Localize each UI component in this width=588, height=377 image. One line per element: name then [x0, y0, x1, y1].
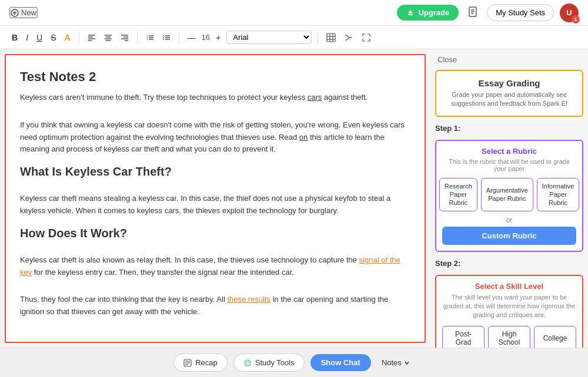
underline-button[interactable]: U	[34, 32, 45, 43]
document-icon-button[interactable]	[465, 4, 481, 22]
essay-grading-desc: Grade your paper and automatically see s…	[442, 90, 576, 109]
new-label: New	[21, 8, 36, 17]
heading-1: What Is Keyless Car Theft?	[20, 165, 410, 179]
main-area: Test Notes 2 Keyless cars aren't immune …	[0, 49, 588, 348]
results-link[interactable]: these results	[227, 295, 270, 304]
sidebar: Close Essay Grading Grade your paper and…	[430, 49, 588, 348]
custom-rubric-btn[interactable]: Custom Rubric	[442, 227, 576, 245]
para-4: Keyless car theft is also known as relay…	[20, 254, 410, 279]
chevron-down-icon	[404, 360, 410, 366]
divider-4	[318, 32, 318, 43]
study-tools-icon	[243, 359, 252, 367]
para-1: Keyless cars aren't immune to theft. Try…	[20, 92, 410, 104]
avatar-badge: 1	[572, 15, 580, 23]
fullscreen-icon	[362, 33, 371, 42]
dash-label: —	[185, 32, 198, 43]
avatar-text: U	[566, 8, 572, 17]
para-2: If you think that owning a keyless car d…	[20, 119, 410, 156]
align-left-icon	[88, 33, 96, 42]
recap-icon	[183, 359, 192, 367]
align-center-icon	[104, 33, 112, 42]
postgrad-skill-btn[interactable]: Post-Grad	[442, 326, 485, 348]
font-size-area: 16	[202, 33, 210, 42]
argumentative-rubric-btn[interactable]: ArgumentativePaper Rubric	[481, 178, 533, 211]
upgrade-button[interactable]: Upgrade	[397, 5, 459, 21]
plus-circle-icon	[11, 9, 19, 17]
fullscreen-button[interactable]	[359, 32, 373, 43]
table-button[interactable]	[324, 32, 338, 43]
signal-link[interactable]: signal of the key	[20, 255, 400, 277]
para-5: Thus, they fool the car into thinking th…	[20, 294, 410, 318]
unordered-list-icon	[162, 33, 171, 42]
divider-1	[79, 32, 79, 43]
my-study-sets-label: My Study Sets	[496, 8, 545, 17]
upgrade-icon	[406, 9, 415, 17]
recap-button[interactable]: Recap	[173, 354, 228, 372]
doc-title: Test Notes 2	[20, 69, 410, 85]
top-bar-left: New	[9, 7, 38, 18]
svg-rect-3	[408, 14, 413, 15]
align-left-button[interactable]	[85, 32, 98, 43]
bottom-bar: Recap Study Tools Show Chat Notes	[0, 348, 588, 377]
svg-point-29	[163, 35, 164, 36]
notes-label: Notes	[382, 358, 402, 367]
unordered-list-button[interactable]	[160, 32, 173, 43]
ordered-list-icon: 1 2 3	[146, 33, 154, 42]
table-icon	[326, 33, 336, 42]
formula-icon	[344, 33, 353, 42]
align-right-button[interactable]	[118, 32, 131, 43]
essay-grading-title: Essay Grading	[442, 78, 576, 88]
skill-title: Select a Skill Level	[442, 282, 576, 291]
document-body: Test Notes 2 Keyless cars aren't immune …	[20, 69, 410, 318]
align-center-button[interactable]	[102, 32, 115, 43]
document-icon	[467, 6, 479, 18]
ordered-list-button[interactable]: 1 2 3	[143, 32, 156, 43]
highschool-skill-btn[interactable]: High School	[488, 326, 530, 348]
notes-button[interactable]: Notes	[377, 354, 415, 371]
align-right-icon	[121, 33, 129, 42]
divider-3	[179, 32, 179, 43]
new-button[interactable]: New	[9, 7, 38, 18]
avatar[interactable]: U 1	[560, 4, 579, 22]
recap-label: Recap	[195, 358, 218, 367]
svg-point-31	[163, 39, 164, 40]
study-tools-label: Study Tools	[255, 358, 295, 367]
divider-2	[137, 32, 138, 43]
formula-button[interactable]	[342, 32, 356, 43]
bold-button[interactable]: B	[9, 32, 20, 43]
svg-text:3: 3	[146, 38, 148, 41]
top-bar: New Upgrade My Study Sets U 1	[0, 0, 588, 26]
informative-rubric-btn[interactable]: InformativePaper Rubric	[537, 178, 579, 211]
toolbar: B I U S A 1 2	[0, 26, 588, 49]
top-bar-right: Upgrade My Study Sets U 1	[397, 4, 579, 22]
rubric-card: Select a Rubric This is the rubric that …	[435, 140, 583, 252]
research-rubric-btn[interactable]: ResearchPaper Rubric	[439, 178, 477, 211]
upgrade-label: Upgrade	[418, 8, 449, 17]
show-chat-button[interactable]: Show Chat	[310, 354, 371, 371]
study-tools-button[interactable]: Study Tools	[233, 354, 305, 372]
skill-card: Select a Skill Level The skill level you…	[435, 275, 583, 348]
editor-area[interactable]: Test Notes 2 Keyless cars aren't immune …	[5, 54, 426, 343]
font-family-select[interactable]: Arial Times New Roman Georgia	[226, 31, 312, 44]
skill-desc: The skill level you want your paper to b…	[442, 293, 576, 320]
college-skill-btn[interactable]: College	[534, 326, 576, 348]
my-study-sets-button[interactable]: My Study Sets	[487, 4, 554, 21]
rubric-options: ResearchPaper Rubric ArgumentativePaper …	[442, 178, 576, 211]
svg-rect-32	[327, 33, 335, 42]
highlight-button[interactable]: A	[62, 32, 72, 43]
rubric-or-label: or	[442, 216, 576, 224]
font-size-value: 16	[202, 33, 210, 42]
heading-2: How Does It Work?	[20, 227, 410, 240]
svg-point-30	[163, 37, 164, 38]
step1-label: Step 1:	[435, 124, 583, 133]
para-3: Keyless car theft means stealing a keyle…	[20, 193, 410, 217]
step2-label: Step 2:	[435, 259, 583, 268]
rubric-title: Select a Rubric	[442, 147, 576, 156]
skill-options: Post-Grad High School College	[442, 326, 576, 348]
font-size-increase-button[interactable]: +	[213, 32, 223, 43]
italic-button[interactable]: I	[24, 32, 31, 43]
essay-grading-card: Essay Grading Grade your paper and autom…	[435, 70, 583, 117]
close-button[interactable]: Close	[435, 54, 583, 65]
rubric-desc: This is the rubric that will be used to …	[442, 158, 576, 172]
strikethrough-button[interactable]: S	[48, 32, 58, 43]
